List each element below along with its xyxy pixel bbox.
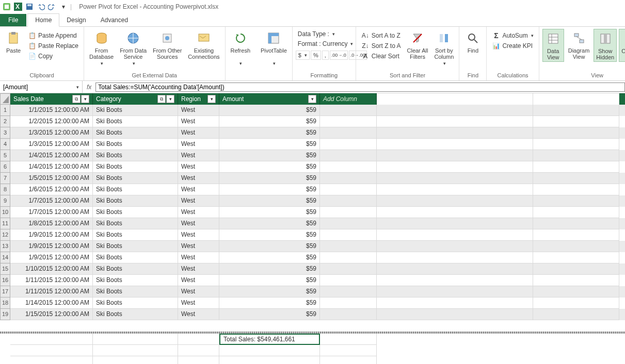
cell-empty[interactable] xyxy=(320,139,377,150)
autosum-button[interactable]: ΣAutoSum▾ xyxy=(490,31,535,40)
filter-dropdown-icon[interactable]: ▾ xyxy=(81,95,89,103)
formula-input[interactable] xyxy=(95,82,625,92)
row-number[interactable]: 3 xyxy=(0,127,10,139)
filter-dropdown-icon[interactable]: ▾ xyxy=(207,95,216,103)
cell-category[interactable]: Ski Boots xyxy=(93,150,178,161)
grid-body[interactable]: 11/1/2015 12:00:00 AMSki BootsWest$5921/… xyxy=(0,105,625,332)
cell-region[interactable]: West xyxy=(178,150,219,161)
sort-by-column-button[interactable]: Sort by Column▾ xyxy=(432,29,456,67)
cell-empty[interactable] xyxy=(533,150,619,161)
sort-az-button[interactable]: A↓Sort A to Z xyxy=(359,31,403,40)
cell-empty[interactable] xyxy=(377,161,533,173)
cell-empty[interactable] xyxy=(377,195,533,207)
cell-empty[interactable] xyxy=(533,127,619,139)
row-number[interactable]: 1 xyxy=(0,105,10,116)
cell-empty[interactable] xyxy=(533,229,619,241)
tab-file[interactable]: File xyxy=(0,14,26,26)
filter-dropdown-icon[interactable]: ▾ xyxy=(166,95,174,103)
table-row[interactable]: 91/7/2015 12:00:00 AMSki BootsWest$59 xyxy=(0,195,625,207)
cell-empty[interactable] xyxy=(533,139,619,150)
row-number[interactable]: 19 xyxy=(0,309,10,320)
from-data-service-button[interactable]: From Data Service▾ xyxy=(118,29,149,67)
cell-empty[interactable] xyxy=(377,184,533,195)
table-row[interactable]: 121/9/2015 12:00:00 AMSki BootsWest$59 xyxy=(0,229,625,241)
data-type-dropdown[interactable]: Data Type :▾ xyxy=(296,30,352,38)
cell-sales-date[interactable]: 1/11/2015 12:00:00 AM xyxy=(10,275,93,286)
cell-amount[interactable]: $59 xyxy=(219,241,320,252)
find-button[interactable]: Find xyxy=(462,29,483,61)
cell-category[interactable]: Ski Boots xyxy=(93,286,178,297)
cell-empty[interactable] xyxy=(377,150,533,161)
cell-sales-date[interactable]: 1/11/2015 12:00:00 AM xyxy=(10,286,93,297)
cell-empty[interactable] xyxy=(533,263,619,275)
cell-empty[interactable] xyxy=(320,252,377,263)
chevron-down-icon[interactable]: ▾ xyxy=(76,85,79,90)
cell-sales-date[interactable]: 1/5/2015 12:00:00 AM xyxy=(10,173,93,184)
paste-append-button[interactable]: 📋Paste Append xyxy=(26,31,81,40)
comma-button[interactable]: , xyxy=(322,51,329,60)
cell-sales-date[interactable]: 1/14/2015 12:00:00 AM xyxy=(10,297,93,309)
calculation-area[interactable]: Total Sales: $549,461,661 xyxy=(0,334,625,364)
cell-empty[interactable] xyxy=(533,195,619,207)
cell-category[interactable]: Ski Boots xyxy=(93,184,178,195)
cell-category[interactable]: Ski Boots xyxy=(93,105,178,116)
paste-button[interactable]: Paste xyxy=(3,29,24,61)
cell-category[interactable]: Ski Boots xyxy=(93,173,178,184)
cell-amount[interactable]: $59 xyxy=(219,252,320,263)
cell-region[interactable]: West xyxy=(178,286,219,297)
currency-button[interactable]: $▾ xyxy=(296,51,310,60)
cell-empty[interactable] xyxy=(320,161,377,173)
name-box[interactable]: ▾ xyxy=(0,81,83,93)
cell-sales-date[interactable]: 1/1/2015 12:00:00 AM xyxy=(10,105,93,116)
table-row[interactable]: 181/14/2015 12:00:00 AMSki BootsWest$59 xyxy=(0,297,625,309)
calculation-area-button[interactable]: fxCalculation Area xyxy=(619,29,625,62)
cell-empty[interactable] xyxy=(320,173,377,184)
cell-empty[interactable] xyxy=(533,275,619,286)
cell-region[interactable]: West xyxy=(178,241,219,252)
cell-region[interactable]: West xyxy=(178,275,219,286)
cell-empty[interactable] xyxy=(320,229,377,241)
row-number[interactable]: 13 xyxy=(0,241,10,252)
cell-amount[interactable]: $59 xyxy=(219,184,320,195)
cell-sales-date[interactable]: 1/9/2015 12:00:00 AM xyxy=(10,252,93,263)
calc-cell[interactable] xyxy=(93,334,178,345)
calc-cell[interactable] xyxy=(178,356,219,364)
table-row[interactable]: 111/8/2015 12:00:00 AMSki BootsWest$59 xyxy=(0,218,625,229)
table-row[interactable]: 61/4/2015 12:00:00 AMSki BootsWest$59 xyxy=(0,161,625,173)
calc-cell[interactable] xyxy=(320,356,377,364)
cell-empty[interactable] xyxy=(533,309,619,320)
cell-empty[interactable] xyxy=(533,286,619,297)
col-header-add-column[interactable]: Add Column xyxy=(320,93,377,105)
cell-region[interactable]: West xyxy=(178,309,219,320)
show-hidden-button[interactable]: Show Hidden xyxy=(594,29,617,62)
row-number[interactable]: 16 xyxy=(0,275,10,286)
calc-cell[interactable] xyxy=(320,334,377,345)
cell-category[interactable]: Ski Boots xyxy=(93,127,178,139)
cell-sales-date[interactable]: 1/3/2015 12:00:00 AM xyxy=(10,127,93,139)
cell-sales-date[interactable]: 1/8/2015 12:00:00 AM xyxy=(10,218,93,229)
calc-cell[interactable] xyxy=(93,356,178,364)
cell-category[interactable]: Ski Boots xyxy=(93,161,178,173)
cell-region[interactable]: West xyxy=(178,252,219,263)
cell-empty[interactable] xyxy=(533,161,619,173)
from-other-sources-button[interactable]: From Other Sources xyxy=(151,29,184,61)
cell-empty[interactable] xyxy=(320,207,377,218)
cell-empty[interactable] xyxy=(377,116,533,127)
save-icon[interactable] xyxy=(25,2,34,11)
calc-cell[interactable] xyxy=(320,345,377,356)
row-number[interactable]: 5 xyxy=(0,150,10,161)
cell-sales-date[interactable]: 1/6/2015 12:00:00 AM xyxy=(10,184,93,195)
cell-region[interactable]: West xyxy=(178,263,219,275)
cell-category[interactable]: Ski Boots xyxy=(93,229,178,241)
cell-empty[interactable] xyxy=(377,207,533,218)
table-row[interactable]: 151/10/2015 12:00:00 AMSki BootsWest$59 xyxy=(0,263,625,275)
table-row[interactable]: 21/2/2015 12:00:00 AMSki BootsWest$59 xyxy=(0,116,625,127)
table-row[interactable]: 161/11/2015 12:00:00 AMSki BootsWest$59 xyxy=(0,275,625,286)
qat-more-icon[interactable]: ▾ xyxy=(59,2,68,11)
diagram-view-button[interactable]: Diagram View xyxy=(566,29,592,61)
table-row[interactable]: 131/9/2015 12:00:00 AMSki BootsWest$59 xyxy=(0,241,625,252)
select-all-corner[interactable] xyxy=(0,93,10,105)
relation-icon[interactable]: ⧉ xyxy=(72,95,81,103)
row-number[interactable]: 6 xyxy=(0,161,10,173)
row-number[interactable]: 14 xyxy=(0,252,10,263)
